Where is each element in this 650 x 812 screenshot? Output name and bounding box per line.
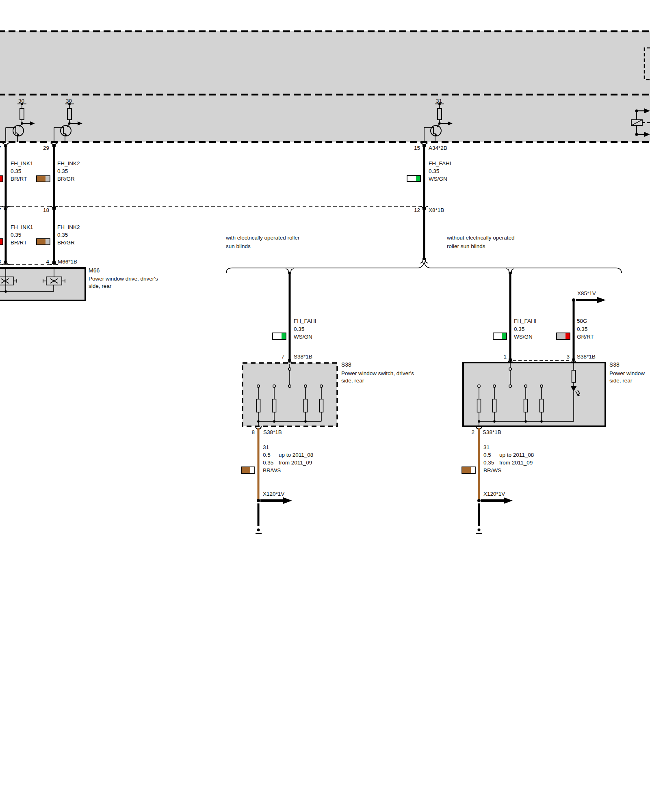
wire-fh-ink2-signal: FH_INK2 bbox=[57, 160, 80, 167]
wiring-diagram-page: 30 30 31 7 29 15 A34*2B FH_INK1 0.35 BR/… bbox=[0, 0, 650, 812]
s38-left-box bbox=[243, 363, 337, 426]
s38r-desc-2: side, rear bbox=[609, 377, 632, 384]
fuse-label-30a: 30 bbox=[18, 97, 24, 105]
x120-right-label: X120*1V bbox=[483, 490, 505, 498]
g58-signal: 58G bbox=[577, 317, 587, 325]
swatch-br-gr-2 bbox=[37, 239, 50, 245]
wire-fh-ink1-signal-2: FH_INK1 bbox=[11, 224, 33, 231]
swatch-ws-gn-right bbox=[493, 333, 507, 339]
wire-fh-ink1-gauge: 0.35 bbox=[11, 168, 21, 175]
variant-without-line1: without electrically operated bbox=[447, 234, 515, 242]
gnd-right-gauge-old: 0.5 bbox=[483, 451, 491, 459]
variant-with-line2: sun blinds bbox=[226, 243, 251, 250]
m66-connector-label: M66*1B bbox=[58, 258, 77, 266]
swatch-br-gr-1 bbox=[37, 176, 50, 182]
swatch-br-ws-left bbox=[241, 467, 255, 473]
main-wires bbox=[6, 144, 574, 363]
swatch-ws-gn-left bbox=[273, 333, 286, 339]
wire-fh-fahi-signal: FH_FAHI bbox=[429, 160, 451, 167]
x85-connector-label: X85*1V bbox=[577, 290, 596, 297]
gnd-right-circuit: 31 bbox=[483, 444, 490, 451]
m66-id: M66 bbox=[89, 267, 100, 274]
s38r-pin-2: 2 bbox=[464, 429, 474, 436]
s38l-desc-2: side, rear bbox=[341, 377, 364, 384]
x8-pin-18: 18 bbox=[39, 207, 49, 214]
fuse-label-31: 31 bbox=[436, 97, 442, 105]
swatch-br-rt-2 bbox=[0, 239, 3, 245]
s38r-desc-1: Power window bbox=[609, 370, 645, 377]
gnd-right-note-old: up to 2011_08 bbox=[499, 451, 534, 459]
s38r-conn-top: S38*1B bbox=[577, 353, 596, 361]
gnd-left-gauge-old: 0.5 bbox=[263, 451, 271, 459]
s38l-conn-top: S38*1B bbox=[294, 353, 312, 361]
gnd-left-color: BR/WS bbox=[263, 467, 281, 474]
s38r-pin-3: 3 bbox=[559, 353, 570, 361]
g58-gauge: 0.35 bbox=[577, 326, 587, 333]
s38l-desc-1: Power window switch, driver's bbox=[341, 370, 414, 377]
wire-fh-ink1-color-2: BR/RT bbox=[11, 239, 27, 246]
power-distribution-band bbox=[0, 31, 650, 142]
wire-fh-ink2-signal-2: FH_INK2 bbox=[57, 224, 80, 231]
a34-pin-partial: 7 bbox=[0, 145, 1, 152]
swatch-br-ws-right bbox=[462, 467, 475, 473]
fuse-label-30b: 30 bbox=[66, 97, 72, 105]
wire-fh-ink1-signal: FH_INK1 bbox=[11, 160, 33, 167]
x8-connector-label: X8*1B bbox=[429, 207, 444, 214]
wire-fh-ink1-gauge-2: 0.35 bbox=[11, 231, 21, 239]
variant-with-line1: with electrically operated roller bbox=[226, 234, 300, 242]
right-branch-gauge: 0.35 bbox=[514, 326, 524, 333]
wire-fh-ink2-color: BR/GR bbox=[57, 175, 75, 183]
s38r-conn-bottom: S38*1B bbox=[483, 429, 501, 436]
left-branch-color: WS/GN bbox=[294, 333, 312, 341]
x8-pin-12: 12 bbox=[411, 207, 420, 214]
wire-fh-ink2-gauge: 0.35 bbox=[57, 168, 68, 175]
m66-desc-2: side, rear bbox=[89, 283, 111, 290]
x8-pin-partial: 7 bbox=[0, 207, 1, 214]
gnd-right-color: BR/WS bbox=[483, 467, 501, 474]
swatch-gr-rt bbox=[557, 333, 570, 339]
gnd-left-circuit: 31 bbox=[263, 444, 269, 451]
swatch-ws-gn-main bbox=[407, 175, 420, 181]
x120-left-label: X120*1V bbox=[263, 490, 284, 498]
gnd-left-note-old: up to 2011_08 bbox=[279, 451, 313, 459]
a34-connector-label: A34*2B bbox=[429, 145, 447, 152]
left-branch-gauge: 0.35 bbox=[294, 326, 304, 333]
gnd-right-gauge-new: 0.35 bbox=[483, 459, 494, 466]
s38r-pin-1: 1 bbox=[496, 353, 507, 361]
wire-fh-fahi-gauge: 0.35 bbox=[429, 168, 439, 175]
a34-pin-15: 15 bbox=[411, 145, 420, 152]
g58-color: GR/RT bbox=[577, 333, 594, 341]
m66-pin-4: 4 bbox=[39, 258, 49, 266]
variant-brace bbox=[226, 262, 622, 273]
s38l-pin-8: 8 bbox=[244, 429, 255, 436]
gnd-left-gauge-new: 0.35 bbox=[263, 459, 273, 466]
right-branch-color: WS/GN bbox=[514, 333, 533, 341]
wire-fh-ink2-color-2: BR/GR bbox=[57, 239, 75, 246]
wire-fh-ink2-gauge-2: 0.35 bbox=[57, 231, 68, 239]
s38r-id: S38 bbox=[609, 361, 620, 369]
m66-desc-1: Power window drive, driver's bbox=[89, 275, 158, 283]
right-branch-signal: FH_FAHI bbox=[514, 317, 537, 325]
s38l-id: S38 bbox=[341, 361, 351, 369]
a34-pin-29: 29 bbox=[39, 145, 49, 152]
swatch-br-rt-1 bbox=[0, 176, 3, 182]
m66-box bbox=[0, 268, 85, 300]
left-branch-signal: FH_FAHI bbox=[294, 317, 316, 325]
s38-right-box bbox=[463, 361, 605, 426]
m66-pin-partial: 3 bbox=[0, 258, 1, 266]
gnd-left-note-new: from 2011_09 bbox=[279, 459, 312, 466]
s38l-conn-bottom: S38*1B bbox=[263, 429, 282, 436]
x85-arrow bbox=[572, 297, 606, 303]
variant-without-line2: roller sun blinds bbox=[447, 243, 485, 250]
ground-run-left bbox=[256, 428, 292, 533]
ground-run-right bbox=[476, 428, 513, 533]
wire-fh-ink1-color: BR/RT bbox=[11, 175, 27, 183]
wire-fh-fahi-color: WS/GN bbox=[429, 175, 447, 183]
s38l-pin-7: 7 bbox=[274, 353, 284, 361]
gnd-right-note-new: from 2011_09 bbox=[499, 459, 533, 466]
schematic-canvas bbox=[0, 0, 650, 812]
